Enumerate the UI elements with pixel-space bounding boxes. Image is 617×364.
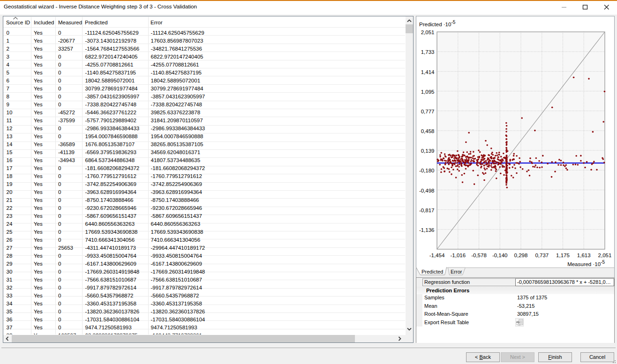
svg-text:-0,180: -0,180 — [419, 168, 435, 173]
svg-text:-1,454: -1,454 — [429, 253, 445, 258]
svg-text:0,298: 0,298 — [514, 253, 528, 258]
svg-text:-0,578: -0,578 — [471, 253, 487, 258]
svg-text:0,458: 0,458 — [421, 128, 435, 134]
svg-text:-0,817: -0,817 — [419, 208, 435, 213]
svg-text:1,175: 1,175 — [556, 253, 570, 258]
svg-text:0,777: 0,777 — [421, 109, 435, 114]
svg-text:0,737: 0,737 — [535, 253, 549, 258]
svg-text:0,139: 0,139 — [421, 148, 435, 154]
svg-text:-0,498: -0,498 — [419, 188, 435, 193]
svg-text:1,414: 1,414 — [421, 69, 435, 75]
svg-text:2,051: 2,051 — [421, 30, 435, 35]
svg-text:1,733: 1,733 — [421, 49, 435, 55]
svg-text:-1,016: -1,016 — [450, 253, 466, 258]
svg-text:1,095: 1,095 — [421, 89, 435, 95]
svg-text:2,051: 2,051 — [598, 253, 612, 258]
svg-text:-1,136: -1,136 — [419, 227, 435, 233]
svg-text:1,613: 1,613 — [577, 253, 591, 258]
svg-text:-0,140: -0,140 — [492, 253, 508, 258]
